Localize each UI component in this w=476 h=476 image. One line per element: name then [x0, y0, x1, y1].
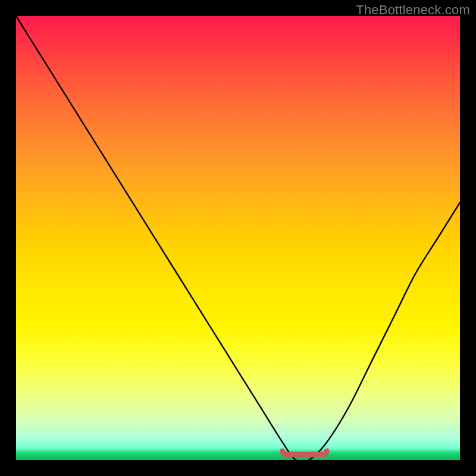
bottleneck-curve-svg: [16, 16, 460, 460]
watermark-text: TheBottleneck.com: [356, 2, 470, 18]
plot-area: [16, 16, 460, 460]
bottleneck-curve: [16, 16, 460, 462]
chart-container: TheBottleneck.com: [0, 0, 476, 476]
